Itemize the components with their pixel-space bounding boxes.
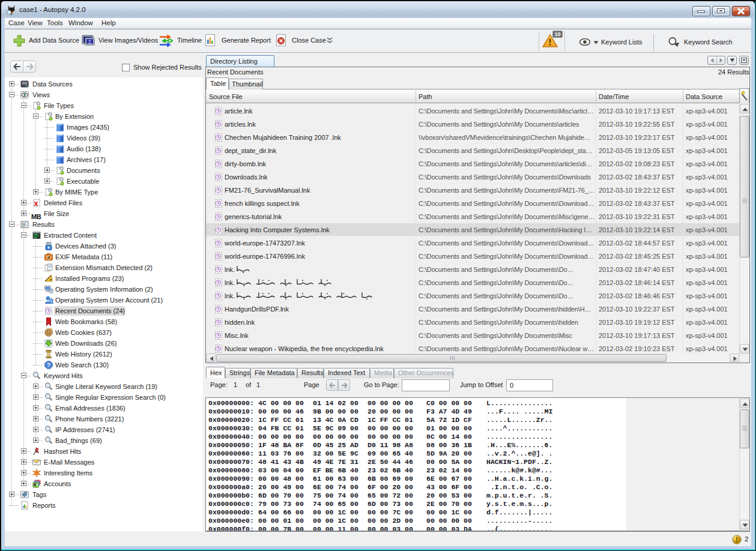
- svg-text:?: ?: [47, 362, 50, 368]
